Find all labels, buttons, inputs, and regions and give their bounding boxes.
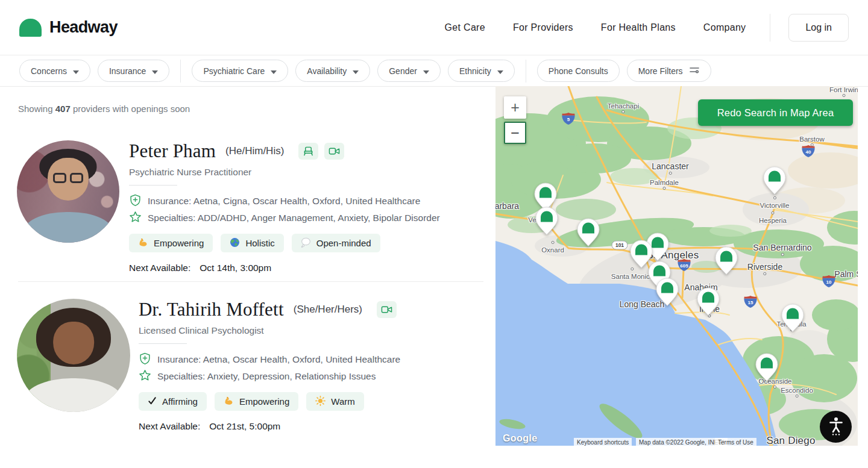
specialties-values: ADD/ADHD, Anger Management, Anxiety, Bip… (198, 213, 440, 223)
map-label-tehachapi: Tehachapi (608, 102, 639, 110)
accessibility-button[interactable] (820, 411, 852, 443)
trait-label: Warm (331, 396, 354, 407)
interstate-shield-40: 40 (802, 145, 815, 160)
provider-card-dr-tahirih-moffett[interactable]: Dr. Tahirih Moffett(She/Her/Hers)License… (17, 299, 487, 432)
chevron-down-icon (271, 66, 277, 76)
provider-name[interactable]: Dr. Tahirih Moffett (139, 299, 284, 320)
provider-name-row: Peter Pham(He/Him/His) (129, 140, 487, 162)
map-marker[interactable] (763, 166, 786, 195)
filter-gender[interactable]: Gender (377, 60, 441, 82)
filter-label: Availability (307, 66, 347, 76)
session-type-badges (377, 301, 397, 318)
insurance-row: Insurance: Aetna, Oscar Health, Oxford, … (139, 352, 487, 367)
map-marker[interactable] (577, 218, 600, 247)
card-divider (18, 281, 483, 282)
google-logo[interactable]: Google (503, 433, 538, 444)
svg-text:5: 5 (567, 117, 570, 122)
session-type-badges (298, 143, 344, 160)
headway-logo[interactable]: Headway (19, 18, 118, 37)
map-marker[interactable] (781, 304, 804, 332)
provider-photo[interactable] (17, 140, 119, 243)
attribution-keyboard-shortcuts[interactable]: Keyboard shortcuts (574, 438, 632, 446)
interstate-shield-10: 10 (822, 275, 835, 290)
map-zoom-out-button[interactable]: − (504, 122, 526, 144)
map-marker[interactable] (535, 207, 558, 236)
filter-label: More Filters (638, 66, 683, 76)
trait-pill-empowering: Empowering (215, 392, 298, 411)
redo-search-button[interactable]: Redo Search in Map Area (698, 99, 853, 126)
accessibility-icon (828, 416, 844, 438)
insurance-row: Insurance: Aetna, Cigna, Oscar Health, O… (129, 194, 487, 208)
trait-pills: EmpoweringHolisticOpen-minded (129, 234, 487, 252)
trait-label: Empowering (154, 238, 204, 248)
video-session-icon (377, 301, 397, 318)
trait-label: Affirming (162, 396, 198, 407)
header-divider (770, 14, 770, 42)
results-summary: Showing 407 providers with openings soon (18, 104, 190, 114)
nav-item-for-health-plans[interactable]: For Health Plans (601, 22, 676, 33)
avatar-glasses (53, 173, 66, 183)
interstate-shield-5: 5 (562, 113, 575, 127)
avatar-shirt (24, 378, 123, 412)
town-dot (763, 272, 766, 275)
provider-pronouns: (He/Him/His) (225, 145, 284, 157)
filter-phone-consults[interactable]: Phone Consults (537, 60, 620, 82)
town-dot (772, 211, 775, 214)
filter-ethnicity[interactable]: Ethnicity (448, 60, 515, 82)
provider-name[interactable]: Peter Pham (129, 140, 216, 162)
map-marker[interactable] (755, 353, 778, 382)
attribution-map-data-2022-google-inegi[interactable]: Map data ©2022 Google, INEGI (636, 438, 728, 446)
filter-label: Psychiatric Care (203, 66, 265, 76)
header: Headway Get CareFor ProvidersFor Health … (0, 0, 868, 55)
map-marker[interactable] (656, 278, 679, 307)
map-marker[interactable] (715, 246, 738, 275)
filter-availability[interactable]: Availability (295, 60, 370, 82)
sun-icon (315, 396, 326, 408)
svg-text:605: 605 (680, 263, 688, 269)
chevron-down-icon (152, 66, 158, 76)
map-label-victorville: Victorville (760, 202, 790, 209)
insurance-shield-icon (139, 352, 151, 367)
nav-item-get-care[interactable]: Get Care (445, 22, 485, 33)
nav-item-for-providers[interactable]: For Providers (513, 22, 573, 33)
map-label-palm-springs: Palm Springs (834, 269, 858, 279)
provider-info: Dr. Tahirih Moffett(She/Her/Hers)License… (139, 299, 487, 432)
provider-card-peter-pham[interactable]: Peter Pham(He/Him/His)Psychiatric Nurse … (17, 140, 487, 273)
provider-photo[interactable] (17, 299, 130, 412)
trait-pill-warm: Warm (306, 392, 363, 411)
specialties-star-icon (129, 211, 142, 226)
town-dot (668, 172, 671, 175)
map-label-santa-barbara: Santa Barbara (495, 201, 519, 211)
specialties-star-icon (139, 369, 151, 384)
nav-item-company[interactable]: Company (703, 22, 746, 33)
insurance-values: Aetna, Cigna, Oscar Health, Oxford, Unit… (193, 196, 421, 206)
login-button[interactable]: Log in (788, 14, 849, 42)
muscle-icon (138, 237, 148, 249)
trait-pill-affirming: Affirming (139, 392, 207, 411)
map-label-fort-irwin: Fort Irwin (829, 86, 858, 93)
filter-divider (180, 60, 181, 83)
filter-psychiatric-care[interactable]: Psychiatric Care (192, 60, 288, 82)
filter-concerns[interactable]: Concerns (19, 60, 90, 82)
next-available-row: Next Available:Oct 14th, 3:00pm (129, 263, 487, 273)
filter-label: Gender (389, 66, 417, 76)
filter-insurance[interactable]: Insurance (98, 60, 169, 82)
map-label-riverside: Riverside (747, 262, 782, 272)
specialties-values: Anxiety, Depression, Relationship Issues (207, 371, 376, 381)
insurance-label: Insurance: (148, 196, 193, 206)
chevron-down-icon (497, 66, 503, 76)
map-panel[interactable]: TehachapiFort IrwinBarstowLancasterPalmd… (495, 86, 858, 446)
filter-label: Ethnicity (459, 66, 491, 76)
map-label-san-bernardino: San Bernardino (753, 243, 811, 252)
specialties-label: Specialties: (157, 371, 207, 381)
provider-info: Peter Pham(He/Him/His)Psychiatric Nurse … (129, 140, 487, 273)
map-zoom-in-button[interactable]: + (504, 96, 526, 119)
provider-title: Psychiatric Nurse Practitioner (129, 167, 487, 178)
map-marker[interactable] (697, 287, 720, 316)
town-dot (622, 110, 625, 113)
trait-pills: AffirmingEmpoweringWarm (139, 392, 487, 411)
attribution-terms-of-use[interactable]: Terms of Use (715, 438, 756, 446)
main-nav: Get CareFor ProvidersFor Health PlansCom… (445, 22, 746, 33)
filter-more-filters[interactable]: More Filters (627, 60, 711, 82)
chevron-down-icon (73, 66, 79, 76)
